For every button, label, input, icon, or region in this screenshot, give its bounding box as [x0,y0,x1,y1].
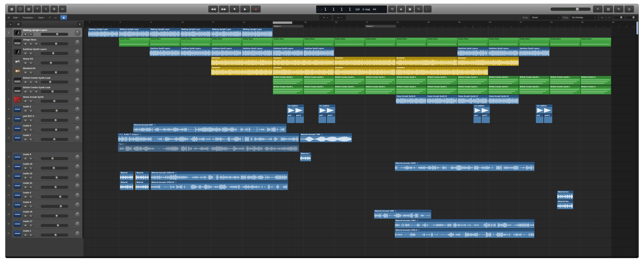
track-pan-knob[interactable] [75,202,80,208]
mute-button[interactable]: M [23,42,28,46]
solo-button[interactable]: S [28,224,33,227]
left-click-tool-menu[interactable]: ↖▾ [319,15,332,20]
snap-menu[interactable]: Smart▾ [530,15,561,20]
lcd-display[interactable]: ♩⌂ 1 1 1 1 110 C maj 4/4 [316,6,387,13]
track-volume-slider[interactable] [41,234,68,236]
region[interactable]: Home Arcade Synth.13 [457,95,488,104]
track-volume-slider[interactable] [41,100,68,103]
track-header[interactable]: 5 Bluebird Kit MS [6,66,84,76]
track-volume-slider[interactable] [41,138,68,141]
region[interactable]: Home Arcade Synth.14 [488,95,519,104]
track-name[interactable]: Audio 9 [23,153,31,156]
smart-controls-icon[interactable]: ⚙ [50,6,58,12]
region[interactable]: Drummer [211,57,272,66]
solo-button[interactable]: S [28,119,33,122]
track-volume-slider[interactable] [41,157,68,160]
region[interactable]: ped [287,114,295,123]
region[interactable]: British Combo Synth L [334,85,365,94]
region[interactable]: British Combo Synth L [365,85,396,94]
region[interactable]: Subby Bass [119,38,150,47]
track-name[interactable]: Audio 8 [23,201,31,204]
region[interactable]: Home Arcade Synth.11 [427,95,458,104]
region[interactable]: voz walkins [318,104,335,114]
time-signature[interactable]: 4/4 [373,8,376,11]
track-name[interactable]: Heavy Kit [23,58,33,60]
solo-button[interactable]: S [28,61,33,64]
mute-button[interactable]: M [23,33,28,36]
browsers-icon[interactable]: ◎ [624,6,634,12]
play-button[interactable]: ▶ [240,6,250,12]
track-header[interactable]: 12 Audio 7 MS [6,133,84,142]
track-header[interactable]: 20 Audio 17 MS [6,219,84,228]
track-name[interactable]: Audio 10 [23,163,32,165]
solo-button[interactable]: S [28,157,33,160]
solo-button[interactable]: S [28,166,33,170]
track-name[interactable]: British Combo Synth Lead [23,86,50,89]
region[interactable]: ped [473,114,481,123]
region[interactable]: British Combo Synth L [457,76,488,85]
duplicate-track-button[interactable]: ⊞ [15,22,22,26]
track-volume-slider[interactable] [41,90,68,93]
track-volume-slider[interactable] [41,81,68,84]
solo-button[interactable]: S [28,186,33,189]
region[interactable]: Subby Bass [396,38,427,47]
track-header[interactable]: 7 British Combo Synth Lead MSR [6,85,84,95]
mute-button[interactable]: M [23,186,28,189]
solo-button[interactable]: S [28,33,33,36]
region[interactable]: Subby Bass [304,38,334,47]
mute-button[interactable]: M [23,224,28,227]
track-pan-knob[interactable] [75,116,80,122]
track-pan-knob[interactable] [75,221,80,227]
track-pan-knob[interactable] [75,135,80,141]
region[interactable]: Earthrise Synth Layers [519,47,550,56]
track-header[interactable]: 6 British Combo Synth Lead MSR [6,76,84,85]
track-pan-knob[interactable] [75,87,80,93]
region[interactable]: British Combo S [580,76,611,85]
command-click-tool-menu[interactable]: +▾ [333,15,346,20]
cycle-range[interactable] [273,22,292,24]
track-header[interactable]: 3 Earthrise Synth Layers MS [6,47,84,56]
track-header[interactable]: 4 Heavy Kit MS [6,56,84,66]
region[interactable]: Subby Bass [211,38,242,47]
mute-button[interactable]: M [23,234,28,237]
track-header[interactable]: 10 ped 2017 2 MS [6,114,84,124]
cycle-button[interactable]: ⟲ [388,6,396,12]
track-volume-slider[interactable] [41,71,68,74]
track-volume-slider[interactable] [41,224,68,227]
track-name[interactable]: Audio 2 [23,105,31,108]
region[interactable]: Earthrise Synth Layers [488,47,519,56]
region[interactable]: Drummer [334,66,396,76]
region[interactable]: British Combo Synth L [334,76,365,85]
tempo-value[interactable]: 110 [355,8,360,11]
autopunch-button[interactable]: ◈ [397,6,405,12]
region[interactable]: Walking Upright Layer [119,28,150,37]
region[interactable]: British Combo Synth L [396,76,427,85]
vertical-zoom-slider[interactable] [614,16,624,18]
track-pan-knob[interactable] [75,154,80,160]
track-volume-slider[interactable] [41,176,68,179]
track-pan-knob[interactable] [75,192,80,198]
region[interactable]: British Combo Synth L [427,85,458,94]
marker[interactable]: Marker 2 [365,25,396,28]
playhead-position[interactable]: 1 1 1 1 [324,7,353,12]
track-pan-knob[interactable] [75,231,80,236]
track-name[interactable]: British Combo Synth Lead [23,77,50,79]
region[interactable]: Walking Upright Layer [242,28,273,37]
region[interactable]: Walking Upright Layer [88,28,119,37]
region-params-icon[interactable]: ▭ [54,16,57,19]
region[interactable]: Earthrise Synth Layers [273,47,304,56]
mute-button[interactable]: M [23,138,28,141]
region[interactable]: British Combo Synth L [365,76,396,85]
region[interactable]: British Combo Synth L [273,76,304,85]
track-volume-slider[interactable] [41,52,68,55]
track-name[interactable]: Bluebird Kit [23,67,35,70]
vertical-auto-zoom-icon[interactable]: I [606,15,612,20]
region[interactable]: Material dourado 10403↻ [395,162,534,171]
region[interactable]: Subby Bass [150,38,180,47]
region[interactable]: Material d [300,152,311,162]
region[interactable]: Drummer [457,57,519,66]
region[interactable]: Material dourado 17901.8↻ [395,229,534,238]
solo-button[interactable]: S [28,80,33,84]
region[interactable]: ped 2 [544,114,552,123]
vertical-scrollbar-thumb[interactable] [636,22,638,34]
